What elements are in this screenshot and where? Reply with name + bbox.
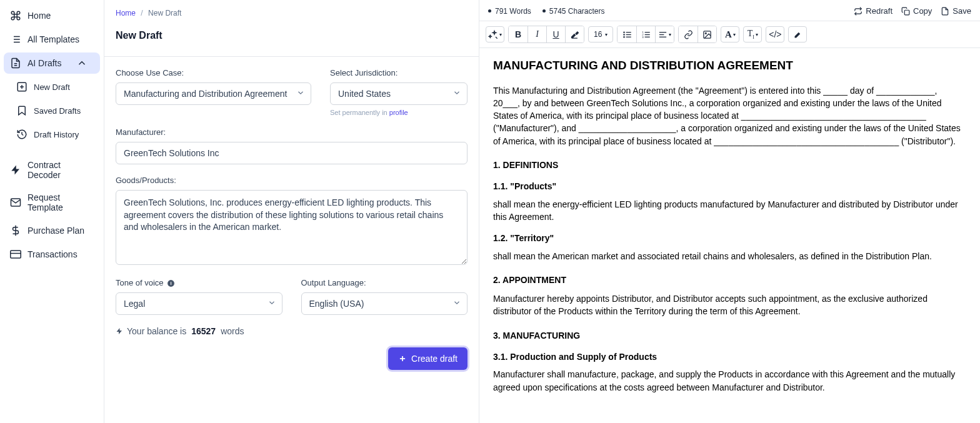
sidebar-item-label: New Draft [34,82,70,92]
file-icon [941,7,949,16]
use-case-select[interactable]: Manufacturing and Distribution Agreement [116,82,311,105]
sidebar-item-label: Contract Decoder [28,160,94,180]
svg-rect-21 [904,10,909,15]
sidebar-item-purchase-plan[interactable]: Purchase Plan [4,220,100,241]
image-button[interactable] [698,26,716,42]
doc-heading: 3. MANUFACTURING [493,329,966,342]
bolt-icon [10,164,21,176]
doc-paragraph: Manufacturer hereby appoints Distributor… [493,292,966,318]
command-icon [10,10,21,21]
ordered-list-button[interactable]: 123 [636,26,655,42]
doc-subheading: 3.1. Production and Supply of Products [493,351,966,363]
sidebar-item-home[interactable]: Home [4,5,100,26]
code-button[interactable]: </> [766,26,784,42]
sidebar-item-label: Transactions [28,249,78,259]
doc-paragraph: shall mean the energy-efficient LED ligh… [493,198,966,224]
text-format-button[interactable]: TI▾ [743,26,762,42]
editor-toolbar: ▾ B I U 16▾ 123 [479,21,980,48]
manufacturer-input[interactable] [116,142,468,164]
svg-rect-34 [645,36,650,37]
goods-label: Goods/Products: [116,176,468,185]
form-panel: Home / New Draft New Draft Choose Use Ca… [104,0,479,423]
lang-select[interactable]: English (USA) [301,292,468,315]
text-color-button[interactable]: A▾ [721,26,739,42]
sidebar-item-label: Draft History [34,130,79,139]
create-draft-button[interactable]: Create draft [388,347,468,370]
profile-link[interactable]: profile [389,109,408,116]
sidebar-item-draft-history[interactable]: Draft History [10,124,100,145]
page-title: New Draft [116,30,468,41]
svg-rect-36 [659,34,664,34]
editor-panel: 791 Words 5745 Characters Redraft Copy [479,0,980,423]
svg-rect-28 [626,36,631,37]
plus-icon [398,354,407,363]
align-button[interactable]: ▾ [655,26,674,42]
svg-point-25 [623,36,625,38]
doc-paragraph: shall mean the American market and assoc… [493,250,966,262]
manufacturer-label: Manufacturer: [116,127,468,137]
svg-rect-32 [645,32,650,32]
bolt-icon [116,327,123,336]
underline-button[interactable]: U [546,26,565,42]
svg-text:3: 3 [642,35,644,38]
sidebar-item-request-template[interactable]: Request Template [4,187,100,217]
info-icon: i [167,279,175,287]
breadcrumb-current: New Draft [148,9,181,17]
jurisdiction-select[interactable]: United States [330,82,468,105]
svg-rect-27 [626,34,631,34]
italic-button[interactable]: I [528,26,546,42]
doc-intro: This Manufacturing and Distribution Agre… [493,84,966,147]
goods-textarea[interactable]: GreenTech Solutions, Inc. produces energ… [116,190,468,265]
doc-heading: 2. APPOINTMENT [493,274,966,286]
copy-button[interactable]: Copy [901,6,932,16]
sidebar-item-label: Saved Drafts [34,106,81,116]
copy-icon [901,7,910,16]
font-size-select[interactable]: 16▾ [588,26,613,42]
tone-label: Tone of voice i [116,278,282,287]
sidebar-item-transactions[interactable]: Transactions [4,244,100,265]
bold-button[interactable]: B [509,26,528,42]
sidebar-item-saved-drafts[interactable]: Saved Drafts [10,100,100,121]
sidebar-item-label: All Templates [28,34,79,44]
redraft-button[interactable]: Redraft [854,6,892,16]
use-case-label: Choose Use Case: [116,68,311,77]
sidebar-item-ai-drafts[interactable]: AI Drafts [4,52,100,74]
eraser-button[interactable] [565,26,584,42]
svg-rect-37 [659,36,666,37]
char-count: 5745 Characters [542,7,605,16]
doc-paragraph: Manufacturer shall manufacture, package,… [493,368,966,394]
balance-text: Your balance is 16527 words [116,326,468,336]
magic-button[interactable]: ▾ [486,26,504,42]
breadcrumb-home[interactable]: Home [116,9,136,17]
doc-heading: 1. DEFINITIONS [493,159,966,171]
chevron-up-icon [76,57,88,69]
doc-subheading: 1.1. "Products" [493,180,966,192]
sidebar-item-label: Purchase Plan [28,226,84,236]
highlighter-button[interactable] [788,26,807,42]
svg-rect-33 [645,34,650,34]
bullet-list-button[interactable] [618,26,636,42]
word-count: 791 Words [488,7,531,16]
editor-content[interactable]: MANUFACTURING AND DISTRIBUTION AGREEMENT… [479,48,980,423]
sidebar-item-contract-decoder[interactable]: Contract Decoder [4,155,100,185]
sidebar-item-label: Home [28,11,51,21]
sidebar-item-label: AI Drafts [28,58,61,68]
breadcrumb: Home / New Draft [116,9,468,17]
svg-point-24 [623,34,625,36]
sidebar-item-new-draft[interactable]: New Draft [10,76,100,97]
refresh-icon [854,7,862,16]
sidebar-item-all-templates[interactable]: All Templates [4,29,100,50]
bookmark-icon [16,105,28,116]
plus-square-icon [16,81,28,92]
dollar-icon [10,225,21,236]
svg-text:i: i [171,281,172,286]
doc-subheading: 1.2. "Territory" [493,232,966,244]
sidebar-item-label: Request Template [28,192,94,212]
link-button[interactable] [679,26,698,42]
save-button[interactable]: Save [941,6,971,16]
doc-title: MANUFACTURING AND DISTRIBUTION AGREEMENT [493,57,966,74]
svg-line-22 [496,37,498,39]
tone-select[interactable]: Legal [116,292,282,315]
list-icon [10,34,21,45]
history-icon [16,129,28,140]
